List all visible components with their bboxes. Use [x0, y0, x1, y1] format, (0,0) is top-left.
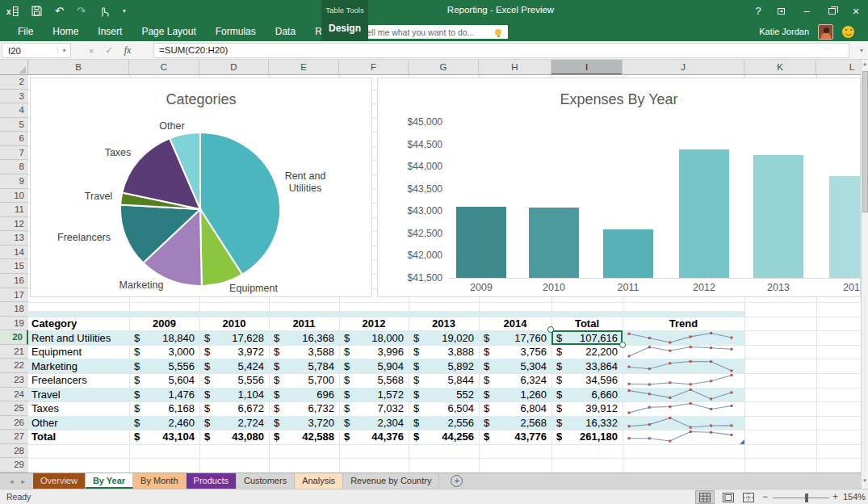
table-cell[interactable]: $6,168: [129, 401, 199, 416]
minimize-button[interactable]: –: [798, 0, 816, 22]
row-header-2[interactable]: 2: [0, 75, 28, 90]
table-cell[interactable]: $5,904: [339, 359, 409, 373]
row-header-10[interactable]: 10: [0, 189, 28, 204]
selection-handle-bottom-right[interactable]: [619, 342, 626, 348]
table-cell[interactable]: $19,020: [409, 330, 479, 345]
table-cell[interactable]: $2,304: [339, 416, 409, 430]
table-cell[interactable]: $7,032: [339, 401, 409, 416]
vertical-scrollbar-thumb[interactable]: [862, 71, 868, 212]
row-header-19[interactable]: 19: [0, 317, 28, 331]
ribbon-tab-home[interactable]: Home: [43, 22, 88, 41]
row-header-25[interactable]: 25: [0, 401, 28, 416]
formula-bar-expand-icon[interactable]: ▾: [860, 47, 863, 54]
row-header-16[interactable]: 16: [0, 274, 28, 288]
cell-category[interactable]: Total: [28, 430, 129, 444]
ribbon-display-options-button[interactable]: [772, 0, 790, 22]
table-cell[interactable]: $17,628: [199, 330, 269, 345]
table-cell[interactable]: $6,504: [409, 401, 479, 416]
row-header-24[interactable]: 24: [0, 388, 28, 402]
sheet-tab-by-year[interactable]: By Year: [86, 473, 133, 489]
ribbon-tab-design[interactable]: Design: [321, 23, 368, 34]
table-cell[interactable]: $43,776: [479, 430, 551, 444]
table-cell[interactable]: $18,000: [339, 330, 409, 345]
table-cell[interactable]: $5,556: [129, 359, 199, 373]
column-header-F[interactable]: F: [339, 60, 409, 75]
name-box[interactable]: I20 ▾: [2, 43, 71, 58]
table-cell[interactable]: $6,672: [199, 401, 269, 416]
row-header-21[interactable]: 21: [0, 345, 28, 359]
table-cell[interactable]: $5,892: [409, 359, 479, 373]
name-box-dropdown-icon[interactable]: ▾: [57, 47, 70, 54]
table-cell[interactable]: $5,304: [479, 359, 551, 373]
column-header-I[interactable]: I: [551, 60, 623, 75]
table-cell[interactable]: $6,804: [479, 401, 551, 416]
table-cell[interactable]: $3,972: [199, 345, 269, 359]
sheet-nav-left-icon[interactable]: ◂: [10, 477, 14, 485]
sheet-tab-revenue-by-country[interactable]: Revenue by Country: [343, 473, 439, 489]
row-header-4[interactable]: 4: [0, 103, 28, 118]
user-name[interactable]: Katie Jordan: [759, 27, 809, 36]
cell-total[interactable]: $34,596: [551, 373, 623, 388]
select-all-corner[interactable]: [0, 60, 28, 75]
page-break-view-button[interactable]: [739, 490, 758, 504]
table-cell[interactable]: $5,784: [269, 359, 339, 373]
table-cell[interactable]: $5,604: [129, 373, 199, 388]
cell-category[interactable]: Other: [28, 416, 129, 430]
row-header-12[interactable]: 12: [0, 217, 28, 232]
restore-button[interactable]: [823, 0, 841, 22]
save-button[interactable]: [31, 6, 42, 16]
cell-total[interactable]: $33,864: [551, 359, 623, 373]
table-cell[interactable]: $18,840: [129, 330, 199, 345]
page-layout-view-button[interactable]: [719, 490, 738, 504]
row-header-23[interactable]: 23: [0, 373, 28, 388]
sheet-nav-right-icon[interactable]: ▸: [22, 477, 26, 485]
normal-view-button[interactable]: [695, 490, 715, 504]
cell-category[interactable]: Travel: [28, 388, 129, 402]
row-header-13[interactable]: 13: [0, 231, 28, 246]
table-header-2010[interactable]: 2010: [199, 317, 269, 331]
pie-chart[interactable]: CategoriesRent and UtilitiesEquipmentMar…: [30, 78, 372, 297]
table-cell[interactable]: $5,700: [269, 373, 339, 388]
cancel-icon[interactable]: ×: [89, 46, 94, 56]
table-cell[interactable]: $3,720: [269, 416, 339, 430]
table-cell[interactable]: $16,368: [269, 330, 339, 345]
help-button[interactable]: ?: [749, 0, 767, 22]
table-cell[interactable]: $43,104: [129, 430, 199, 444]
table-cell[interactable]: $3,000: [129, 345, 199, 359]
table-header-2009[interactable]: 2009: [129, 317, 199, 331]
sheet-tab-products[interactable]: Products: [187, 473, 237, 489]
vertical-scrollbar[interactable]: ▲: [861, 60, 868, 472]
row-header-18[interactable]: 18: [0, 302, 28, 317]
scroll-up-icon[interactable]: ▲: [862, 61, 868, 66]
table-cell[interactable]: $5,568: [339, 373, 409, 388]
table-cell[interactable]: $3,996: [339, 345, 409, 359]
row-header-28[interactable]: 28: [0, 444, 28, 459]
table-header-category[interactable]: Category: [28, 317, 129, 331]
cell-total[interactable]: $261,180: [551, 430, 623, 444]
zoom-in-icon[interactable]: +: [832, 491, 838, 502]
table-cell[interactable]: $1,572: [339, 388, 409, 402]
zoom-level[interactable]: 154%: [843, 492, 866, 502]
table-cell[interactable]: $3,888: [409, 345, 479, 359]
table-cell[interactable]: $3,756: [479, 345, 551, 359]
cell-category[interactable]: Freelancers: [28, 373, 129, 388]
row-header-9[interactable]: 9: [0, 174, 28, 189]
close-button[interactable]: ×: [847, 0, 865, 22]
ribbon-tab-formulas[interactable]: Formulas: [206, 22, 266, 41]
column-header-H[interactable]: H: [479, 60, 551, 75]
redo-button[interactable]: ↷: [77, 6, 86, 16]
sheet-tab-overview[interactable]: Overview: [33, 473, 86, 489]
tell-me-box[interactable]: Tell me what you want to do...: [358, 25, 508, 39]
table-cell[interactable]: $2,568: [479, 416, 551, 430]
cell-category[interactable]: Rent and Utilities: [28, 330, 129, 345]
ribbon-tab-data[interactable]: Data: [266, 22, 305, 41]
cell-total[interactable]: $6,660: [551, 388, 623, 402]
row-header-20[interactable]: 20: [0, 330, 28, 345]
ribbon-tab-file[interactable]: File: [8, 22, 43, 41]
table-cell[interactable]: $5,556: [199, 373, 269, 388]
sheet-tab-customers[interactable]: Customers: [237, 473, 295, 489]
new-sheet-button[interactable]: +: [451, 475, 463, 487]
table-cell[interactable]: $6,732: [269, 401, 339, 416]
cell-total[interactable]: $16,332: [551, 416, 623, 430]
table-cell[interactable]: $2,724: [199, 416, 269, 430]
